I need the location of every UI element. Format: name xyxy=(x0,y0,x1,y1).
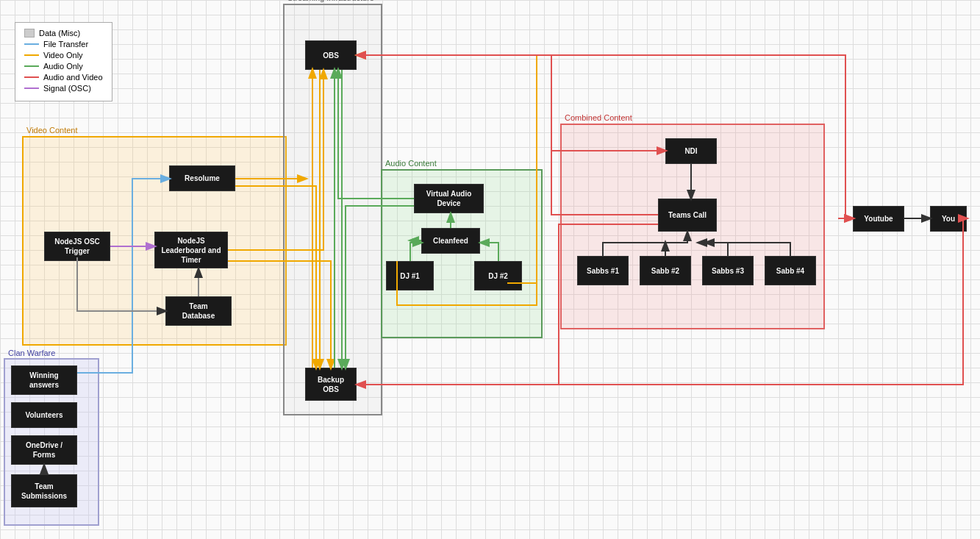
node-nodejs-osc: NodeJS OSC Trigger xyxy=(44,232,110,261)
node-sabbs4: Sabb #4 xyxy=(765,256,816,285)
legend-label-audio: Audio Only xyxy=(43,62,83,71)
diagram-container: Data (Misc) File Transfer Video Only Aud… xyxy=(0,0,980,539)
legend-item-audio: Audio Only xyxy=(24,62,103,71)
node-backup-obs: Backup OBS xyxy=(305,368,357,401)
node-cleanfeed: Cleanfeed xyxy=(421,228,480,254)
group-label-combined: Combined Content xyxy=(565,113,632,122)
legend-color-av xyxy=(24,76,39,78)
node-you: You xyxy=(930,206,967,232)
node-obs: OBS xyxy=(305,40,357,70)
legend-item-video: Video Only xyxy=(24,51,103,60)
node-team-db: Team Database xyxy=(165,296,232,326)
legend-item-av: Audio and Video xyxy=(24,73,103,82)
legend-color-video xyxy=(24,54,39,56)
node-resolume: Resolume xyxy=(169,165,235,191)
legend-label-video: Video Only xyxy=(43,51,83,60)
legend-color-signal xyxy=(24,88,39,89)
node-volunteers: Volunteers xyxy=(11,402,77,428)
node-sabbs2: Sabb #2 xyxy=(640,256,691,285)
node-sabbs3: Sabbs #3 xyxy=(702,256,754,285)
group-label-video: Video Content xyxy=(26,126,78,135)
legend-color-file xyxy=(24,43,39,45)
group-label-clan: Clan Warfare xyxy=(8,349,55,357)
legend-item-signal: Signal (OSC) xyxy=(24,84,103,93)
legend-label-signal: Signal (OSC) xyxy=(43,84,91,93)
legend-label-file: File Transfer xyxy=(43,40,88,49)
legend-label-data: Data (Misc) xyxy=(39,29,80,38)
node-winning-answers: Winning answers xyxy=(11,365,77,395)
node-onedrive: OneDrive / Forms xyxy=(11,435,77,465)
node-teams-call: Teams Call xyxy=(658,199,717,232)
node-ndi: NDI xyxy=(665,138,717,164)
node-youtube: Youtube xyxy=(853,206,904,232)
legend-color-data xyxy=(24,29,35,38)
legend: Data (Misc) File Transfer Video Only Aud… xyxy=(15,22,112,101)
node-virtual-audio: Virtual Audio Device xyxy=(414,184,484,213)
node-team-submissions: Team Submissions xyxy=(11,474,77,507)
node-dj1: DJ #1 xyxy=(386,261,434,290)
node-dj2: DJ #2 xyxy=(474,261,522,290)
legend-item-file: File Transfer xyxy=(24,40,103,49)
legend-label-av: Audio and Video xyxy=(43,73,103,82)
group-label-streaming: Streaming Infrastructure xyxy=(287,0,374,2)
legend-item-data: Data (Misc) xyxy=(24,29,103,38)
group-label-audio: Audio Content xyxy=(385,159,437,168)
legend-color-audio xyxy=(24,65,39,67)
node-nodejs-leader: NodeJS Leaderboard and Timer xyxy=(154,232,228,268)
node-sabbs1: Sabbs #1 xyxy=(577,256,629,285)
